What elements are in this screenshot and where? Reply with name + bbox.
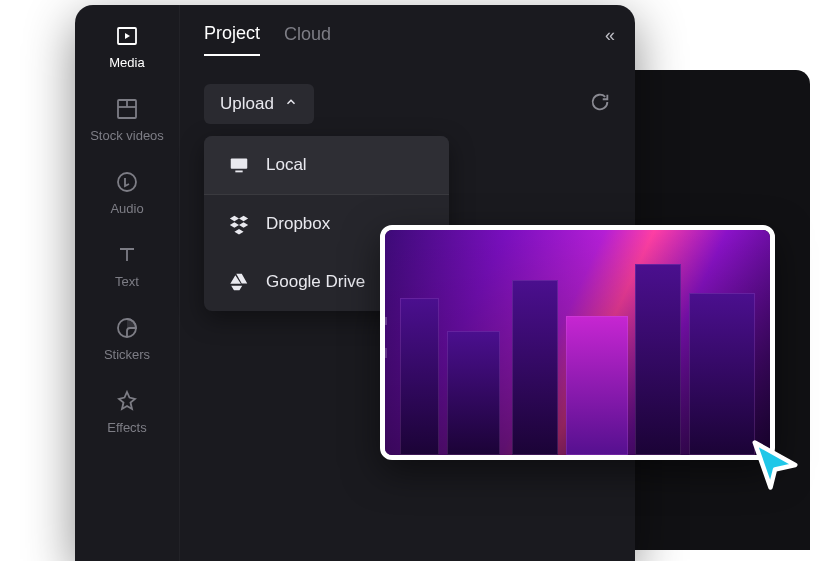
- svg-rect-7: [235, 171, 242, 173]
- sidebar-item-label: Text: [115, 274, 139, 289]
- tab-project[interactable]: Project: [204, 23, 260, 56]
- collapse-panel-button[interactable]: «: [605, 25, 611, 46]
- stickers-icon: [114, 315, 140, 341]
- toolbar: Upload: [204, 84, 611, 124]
- sidebar-item-audio[interactable]: Audio: [110, 169, 143, 216]
- chevron-up-icon: [284, 94, 298, 114]
- thumbnail-image: [385, 230, 770, 455]
- sidebar: Media Stock videos Audio Text Stickers: [75, 5, 180, 561]
- sidebar-item-label: Audio: [110, 201, 143, 216]
- svg-rect-6: [231, 159, 248, 169]
- upload-option-label: Google Drive: [266, 272, 365, 292]
- svg-point-4: [118, 173, 136, 191]
- refresh-button[interactable]: [589, 91, 611, 117]
- sidebar-item-label: Media: [109, 55, 144, 70]
- sidebar-item-effects[interactable]: Effects: [107, 388, 147, 435]
- upload-button[interactable]: Upload: [204, 84, 314, 124]
- tab-cloud[interactable]: Cloud: [284, 24, 331, 55]
- sidebar-item-label: Stock videos: [90, 128, 164, 143]
- cursor-pointer-icon: [748, 438, 802, 492]
- upload-option-label: Dropbox: [266, 214, 330, 234]
- media-icon: [114, 23, 140, 49]
- tabs: Project Cloud «: [204, 23, 611, 56]
- stock-videos-icon: [114, 96, 140, 122]
- sidebar-item-media[interactable]: Media: [109, 23, 144, 70]
- effects-icon: [114, 388, 140, 414]
- sidebar-item-stock-videos[interactable]: Stock videos: [90, 96, 164, 143]
- media-thumbnail[interactable]: [380, 225, 775, 460]
- text-icon: [114, 242, 140, 268]
- sidebar-item-label: Effects: [107, 420, 147, 435]
- sidebar-item-label: Stickers: [104, 347, 150, 362]
- google-drive-icon: [228, 271, 250, 293]
- upload-button-label: Upload: [220, 94, 274, 114]
- dropbox-icon: [228, 213, 250, 235]
- audio-icon: [114, 169, 140, 195]
- upload-option-local[interactable]: Local: [204, 136, 449, 195]
- monitor-icon: [228, 154, 250, 176]
- upload-option-label: Local: [266, 155, 307, 175]
- sidebar-item-stickers[interactable]: Stickers: [104, 315, 150, 362]
- sidebar-item-text[interactable]: Text: [114, 242, 140, 289]
